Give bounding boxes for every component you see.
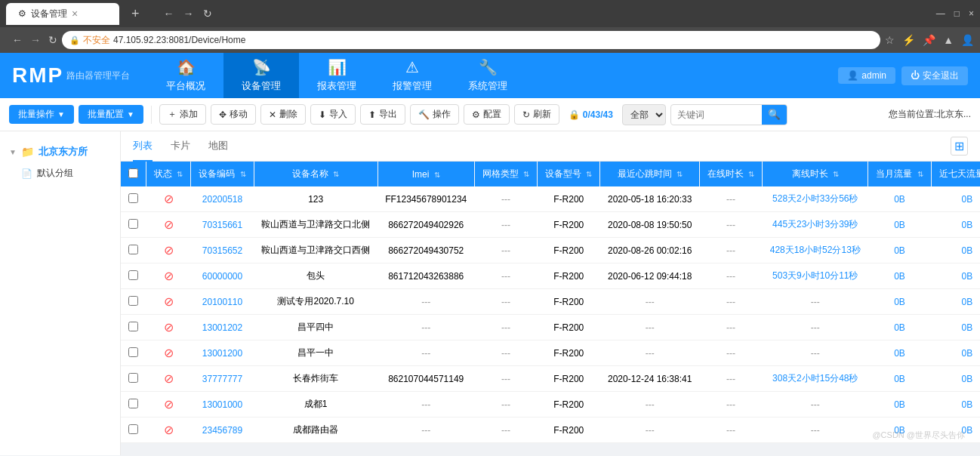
row-checkbox[interactable]: [128, 373, 138, 383]
row-code[interactable]: 13001000: [191, 392, 254, 417]
th-last-online[interactable]: 最近心跳时间 ⇅: [600, 162, 699, 186]
select-all-checkbox[interactable]: [128, 168, 138, 178]
th-online-dur[interactable]: 在线时长 ⇅: [699, 162, 762, 186]
row-code[interactable]: 20100110: [191, 289, 254, 315]
nav-report[interactable]: 📊 报表管理: [299, 53, 374, 98]
row-checkbox-cell[interactable]: [121, 340, 146, 366]
device-code-link[interactable]: 13001200: [202, 348, 242, 359]
sidebar-item-root[interactable]: ▼ 📁 北京东方所: [0, 140, 120, 163]
extension-icon[interactable]: ⚡: [902, 34, 915, 46]
profile-icon[interactable]: 👤: [961, 34, 974, 46]
addr-forward-button[interactable]: →: [30, 34, 41, 46]
row-checkbox-cell[interactable]: [121, 212, 146, 238]
th-device-type[interactable]: 设备型号 ⇅: [538, 162, 600, 186]
nav-alert[interactable]: ⚠ 报警管理: [374, 53, 450, 98]
admin-button[interactable]: 👤 admin: [838, 67, 895, 84]
nav-overview[interactable]: 🏠 平台概况: [148, 53, 223, 98]
row-checkbox-cell[interactable]: [121, 186, 146, 212]
row-checkbox-cell[interactable]: [121, 366, 146, 392]
th-imei[interactable]: Imei ⇅: [378, 162, 474, 186]
row-code[interactable]: 70315652: [191, 238, 254, 263]
th-checkbox[interactable]: [121, 162, 146, 186]
row-checkbox[interactable]: [128, 399, 138, 408]
row-code[interactable]: 20200518: [191, 186, 254, 212]
device-code-link[interactable]: 60000000: [202, 271, 242, 282]
th-code[interactable]: 设备编码 ⇅: [191, 162, 254, 186]
logout-button[interactable]: ⏻ 安全退出: [901, 66, 968, 85]
add-button[interactable]: ＋ 添加: [159, 104, 206, 125]
row-checkbox-cell[interactable]: [121, 392, 146, 417]
th-name[interactable]: 设备名称 ⇅: [254, 162, 378, 186]
th-month-flow[interactable]: 当月流量 ⇅: [868, 162, 931, 186]
grid-view-icon[interactable]: ⊞: [951, 137, 968, 156]
row-checkbox-cell[interactable]: [121, 238, 146, 263]
device-code-link[interactable]: 70315652: [202, 245, 242, 256]
device-code-link[interactable]: 20200518: [202, 194, 242, 205]
row-checkbox[interactable]: [128, 193, 138, 203]
minimize-button[interactable]: —: [936, 8, 945, 19]
operate-button[interactable]: 🔨 操作: [410, 104, 459, 125]
new-tab-button[interactable]: +: [125, 6, 146, 22]
addr-back-button[interactable]: ←: [12, 34, 23, 46]
filter-select[interactable]: 全部: [622, 104, 666, 125]
delete-button[interactable]: ✕ 删除: [260, 104, 306, 125]
batch-config-button[interactable]: 批量配置 ▼: [79, 105, 143, 124]
tab-card[interactable]: 卡片: [171, 131, 190, 162]
row-code[interactable]: 13001200: [191, 340, 254, 366]
row-checkbox[interactable]: [128, 347, 138, 357]
maximize-button[interactable]: □: [954, 8, 960, 19]
device-count-text: 0/43/43: [583, 109, 613, 120]
device-code-link[interactable]: 13001000: [202, 399, 242, 410]
search-input[interactable]: [671, 109, 762, 120]
device-code-link[interactable]: 70315661: [202, 220, 242, 230]
export-button[interactable]: ⬆ 导出: [360, 104, 405, 125]
row-code[interactable]: 60000000: [191, 263, 254, 289]
tab-close-button[interactable]: ×: [72, 8, 78, 20]
tab-list[interactable]: 列表: [133, 131, 153, 162]
window-close-button[interactable]: ×: [969, 8, 974, 19]
device-code-link[interactable]: 37777777: [202, 374, 242, 384]
import-button[interactable]: ⬇ 导入: [310, 104, 356, 125]
row-checkbox-cell[interactable]: [121, 289, 146, 315]
pin-icon[interactable]: 📌: [923, 34, 935, 46]
refresh-button[interactable]: ↻: [203, 8, 212, 20]
row-code[interactable]: 70315661: [191, 212, 254, 238]
device-code-link[interactable]: 20100110: [202, 297, 242, 307]
row-checkbox-cell[interactable]: [121, 263, 146, 289]
th-week-flow[interactable]: 近七天流量 ⇅: [931, 162, 980, 186]
row-checkbox[interactable]: [128, 424, 138, 434]
addr-refresh-button[interactable]: ↻: [48, 34, 57, 46]
th-net-type[interactable]: 网格类型 ⇅: [474, 162, 537, 186]
th-offline-dur[interactable]: 离线时长 ⇅: [763, 162, 868, 186]
row-checkbox[interactable]: [128, 296, 138, 306]
config-button[interactable]: ⚙ 配置: [464, 104, 510, 125]
row-checkbox-cell[interactable]: [121, 315, 146, 340]
row-checkbox[interactable]: [128, 219, 138, 229]
sidebar-item-default-group[interactable]: 📄 默认分组: [0, 163, 120, 183]
batch-ops-button[interactable]: 批量操作 ▼: [9, 105, 74, 124]
row-code[interactable]: 37777777: [191, 366, 254, 392]
th-status[interactable]: 状态 ⇅: [146, 162, 191, 186]
row-checkbox[interactable]: [128, 322, 138, 331]
row-code[interactable]: 23456789: [191, 417, 254, 443]
tab-map[interactable]: 地图: [208, 131, 228, 162]
address-bar[interactable]: 🔒 不安全 47.105.92.23:8081/Device/Home: [62, 31, 880, 49]
forward-button[interactable]: →: [183, 8, 194, 20]
alert-icon-browser[interactable]: ▲: [943, 34, 954, 46]
nav-device[interactable]: 📡 设备管理: [223, 53, 299, 98]
row-checkbox[interactable]: [128, 270, 138, 280]
row-code[interactable]: 13001202: [191, 315, 254, 340]
search-button[interactable]: 🔍: [762, 105, 787, 125]
device-code-link[interactable]: 13001202: [202, 322, 242, 333]
nav-system-label: 系统管理: [468, 79, 507, 93]
move-button[interactable]: ✥ 移动: [211, 104, 256, 125]
device-code-link[interactable]: 23456789: [202, 425, 242, 436]
refresh-button[interactable]: ↻ 刷新: [514, 104, 559, 125]
browser-tab[interactable]: ⚙ 设备管理 ×: [6, 3, 119, 25]
bookmark-icon[interactable]: ☆: [885, 34, 895, 46]
nav-system[interactable]: 🔧 系统管理: [450, 53, 525, 98]
search-box: 🔍: [670, 104, 787, 125]
row-checkbox-cell[interactable]: [121, 417, 146, 443]
back-button[interactable]: ←: [164, 8, 174, 20]
row-checkbox[interactable]: [128, 245, 138, 254]
